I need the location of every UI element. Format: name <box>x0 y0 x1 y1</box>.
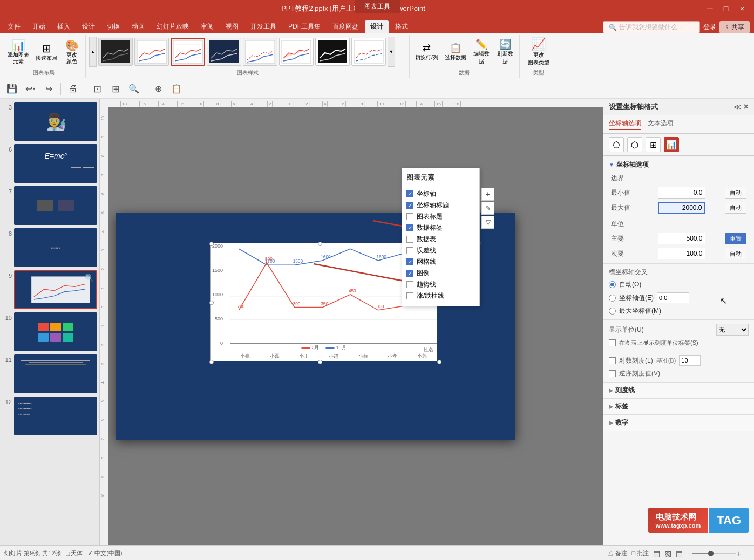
minor-value-input[interactable] <box>658 248 705 259</box>
switch-row-col-btn[interactable]: ⇄ 切换行/列 <box>413 40 440 63</box>
chart-elements-popup[interactable]: 图表元素 ✓ 坐标轴 ✓ 坐标轴标题 图表标题 ✓ <box>402 168 480 306</box>
tab-dev[interactable]: 开发工具 <box>245 20 282 33</box>
zoom-btn[interactable]: ⊕ <box>151 81 166 97</box>
trendline-checkbox[interactable] <box>406 281 413 288</box>
gridlines-checkbox[interactable]: ✓ <box>406 258 413 265</box>
slide-img-11[interactable] <box>14 354 97 393</box>
popup-edit-btn[interactable]: ✎ <box>481 202 494 215</box>
chart-style-2[interactable] <box>134 38 169 66</box>
minor-auto-btn[interactable]: 自动 <box>725 248 746 259</box>
max-auto-btn[interactable]: 自动 <box>725 202 746 214</box>
add-chart-element-btn[interactable]: 📊 添加图表元素 <box>5 37 31 66</box>
handle-br[interactable] <box>437 360 441 364</box>
axis-cross-value-input[interactable] <box>657 292 689 303</box>
tab-file[interactable]: 文件 <box>2 20 26 33</box>
min-auto-btn[interactable]: 自动 <box>725 187 746 199</box>
comments-btn[interactable]: □ 批注 <box>632 549 649 557</box>
tab-animation[interactable]: 动画 <box>126 20 150 33</box>
undo-btn[interactable]: ↩▾ <box>23 81 38 97</box>
major-reset-btn[interactable]: 重置 <box>725 233 746 244</box>
panel-expand-btn[interactable]: ≪ <box>733 103 742 111</box>
print-preview-btn[interactable]: 🖨 <box>65 81 80 97</box>
slide-thumb-12[interactable]: 12 ▪▪▪▪▪▪▪▪▪▪ ▪▪▪▪▪▪▪▪▪▪ ▪▪▪▪▪▪▪▪▪ <box>2 397 97 435</box>
popup-item-legend[interactable]: ✓ 图例 <box>406 268 475 279</box>
panel-icon-chart[interactable]: 📊 <box>664 137 679 152</box>
chart-style-scroll-up[interactable]: ▲ <box>89 37 97 67</box>
data-table-checkbox[interactable] <box>406 236 413 243</box>
save-btn[interactable]: 💾 <box>4 81 19 97</box>
tab-chart-design[interactable]: 设计 <box>365 20 389 33</box>
radio-auto[interactable]: 自动(O) <box>609 278 749 291</box>
chart-style-4[interactable] <box>207 38 241 66</box>
handle-bc[interactable] <box>318 360 322 364</box>
select-data-btn[interactable]: 📋 选择数据 <box>443 40 468 63</box>
radio-auto-btn[interactable] <box>609 281 616 288</box>
reverse-scale-checkbox[interactable] <box>609 370 616 377</box>
view-sorter-btn[interactable]: ▧ <box>664 549 671 558</box>
handle-bl[interactable] <box>209 360 214 364</box>
grid-btn[interactable]: ⊞ <box>108 81 123 97</box>
slide-thumb-8[interactable]: 8 ▪▪▪▪▪▪ <box>2 228 97 267</box>
log-scale-checkbox[interactable] <box>609 357 616 364</box>
edit-data-btn[interactable]: ✏️ 编辑数据 <box>471 37 492 67</box>
change-chart-type-btn[interactable]: 📈 更改图表类型 <box>525 36 553 68</box>
panel-close-btn[interactable]: × <box>744 102 749 112</box>
popup-filter-btn[interactable]: ▽ <box>481 216 494 229</box>
axis-options-header[interactable]: ▼ 坐标轴选项 <box>603 158 754 172</box>
tab-switch[interactable]: 切换 <box>101 20 125 33</box>
axis-title-checkbox[interactable]: ✓ <box>406 202 413 209</box>
login-button[interactable]: 登录 <box>703 23 716 32</box>
slide-img-10[interactable] <box>14 312 97 351</box>
slide-img-7[interactable] <box>14 186 97 225</box>
slide-thumb-6[interactable]: 6 E=mc² <box>2 144 97 183</box>
paste-btn[interactable]: 📋 <box>169 81 184 97</box>
popup-item-gridlines[interactable]: ✓ 网格线 <box>406 256 475 268</box>
chart-style-6[interactable] <box>279 38 314 66</box>
zoom-slider[interactable]: − + <box>687 549 741 558</box>
notes-btn[interactable]: △ 备注 <box>608 549 627 557</box>
slide-img-3[interactable]: 👨‍🔬 <box>14 102 97 141</box>
chart-style-7[interactable] <box>315 38 350 66</box>
chart-style-3[interactable] <box>171 38 205 66</box>
slide-img-6[interactable]: E=mc² <box>14 144 97 183</box>
zoom-decrease-btn[interactable]: − <box>687 549 691 558</box>
slide-thumb-3[interactable]: 3 👨‍🔬 <box>2 102 97 141</box>
tab-slideshow[interactable]: 幻灯片放映 <box>151 20 194 33</box>
min-value-input[interactable] <box>658 187 705 199</box>
tab-design[interactable]: 设计 <box>77 20 100 33</box>
show-unit-label-checkbox[interactable] <box>609 339 616 346</box>
handle-ml[interactable] <box>209 301 214 305</box>
legend-checkbox[interactable]: ✓ <box>406 270 413 277</box>
slide-img-12[interactable]: ▪▪▪▪▪▪▪▪▪▪ ▪▪▪▪▪▪▪▪▪▪ ▪▪▪▪▪▪▪▪▪ <box>14 397 97 435</box>
radio-max-value[interactable]: 最大坐标值(M) <box>609 305 749 317</box>
labels-section[interactable]: ▶ 标签 <box>603 399 754 415</box>
search-box[interactable]: 🔍 告诉我您想要做什么... <box>603 21 700 33</box>
chart-style-1[interactable] <box>98 38 133 66</box>
minimize-btn[interactable]: ─ <box>702 1 717 16</box>
refresh-data-btn[interactable]: 🔄 刷新数据 <box>494 37 516 67</box>
radio-axis-btn[interactable] <box>609 295 616 302</box>
chart-title-checkbox[interactable] <box>406 213 413 220</box>
slide-img-8[interactable]: ▪▪▪▪▪▪ <box>14 228 97 267</box>
popup-item-axis[interactable]: ✓ 坐标轴 <box>406 188 475 200</box>
tab-axis-options[interactable]: 坐标轴选项 <box>609 119 641 130</box>
chart-style-scroll-down[interactable]: ▼ <box>388 37 395 67</box>
popup-item-data-labels[interactable]: ✓ 数据标签 <box>406 222 475 234</box>
tab-text-options[interactable]: 文本选项 <box>648 119 674 130</box>
popup-item-chart-title[interactable]: 图表标题 <box>406 211 475 222</box>
redo-btn[interactable]: ↪ <box>41 81 56 97</box>
handle-tc[interactable] <box>318 242 322 246</box>
axis-checkbox[interactable]: ✓ <box>406 190 413 197</box>
popup-item-trendline[interactable]: 趋势线 <box>406 279 475 290</box>
base-value-input[interactable] <box>679 355 701 366</box>
view-normal-btn[interactable]: ▦ <box>653 549 660 558</box>
view-reading-btn[interactable]: ▤ <box>676 549 683 558</box>
tab-format[interactable]: 格式 <box>390 20 413 33</box>
change-color-btn[interactable]: 🎨 更改颜色 <box>62 37 82 66</box>
slide-thumb-9[interactable]: 9 🔍 <box>2 270 97 309</box>
updown-bars-checkbox[interactable] <box>406 292 413 299</box>
chart-style-5[interactable] <box>243 38 277 66</box>
tick-marks-section[interactable]: ▶ 刻度线 <box>603 383 754 399</box>
radio-max-btn[interactable] <box>609 308 616 315</box>
tab-pdf[interactable]: PDF工具集 <box>283 20 326 33</box>
